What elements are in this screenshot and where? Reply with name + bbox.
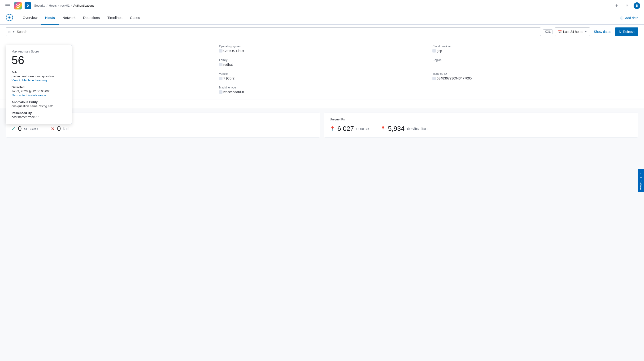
add-data-button[interactable]: ⊕ Add data [620,15,638,21]
tooltip-job-label: Job [12,71,66,74]
hamburger-menu[interactable] [4,2,11,10]
secondary-nav: Overview Hosts Network Detections Timeli… [0,11,644,25]
success-label: success [24,126,40,131]
tab-cases[interactable]: Cases [126,11,144,25]
top-bar: D Security / Hosts / rock01 / Authentica… [0,0,644,11]
chevron-left-icon: ‹ [640,172,642,175]
chevron-down-icon: ▼ [585,31,587,33]
breadcrumb: Security / Hosts / rock01 / Authenticati… [34,4,610,7]
detail-operating-system: Operating system CentOS Linux [219,45,425,53]
detail-family: Family redhat [219,59,425,67]
refresh-icon: ↻ [619,30,622,34]
tooltip-score: 56 [12,54,66,67]
tooltip-influenced-label: Influenced By [12,111,66,115]
narrow-date-link[interactable]: Narrow to this date range [12,94,66,97]
detail-machine-type: Machine type n2-standard-8 [219,86,425,94]
chevron-down-icon[interactable]: ▼ [12,31,15,33]
tab-network[interactable]: Network [59,11,79,25]
host-detail-panel: IP addresses — Operating system CentOS L… [0,39,644,109]
tab-hosts[interactable]: Hosts [41,11,59,25]
instance-icon [432,77,436,80]
tooltip-job-value: packetbeat_rare_dns_question [12,75,66,78]
security-logo [6,14,13,22]
fail-label: fail [63,126,68,131]
date-picker[interactable]: 📅 Last 24 hours ▼ [555,28,590,36]
host-detail-grid: IP addresses — Operating system CentOS L… [0,39,644,100]
success-count: 0 [18,125,22,133]
filter-icon: ⊞ [8,30,11,34]
fail-stat: ✕ 0 fail [51,125,69,133]
source-count: 6,027 [337,125,354,133]
success-stat: ✓ 0 success [12,125,40,133]
refresh-button[interactable]: ↻ Refresh [615,28,638,36]
dest-stat: 📍 5,934 destination [380,125,428,133]
cloud-icon [432,49,436,53]
tooltip-influenced-value: host.name: "rock01" [12,115,66,119]
stats-row: User authentications ✓ 0 success ✕ 0 fai… [6,113,638,137]
detail-cloud-provider: Cloud provider gcp [432,45,638,53]
mail-icon[interactable]: ✉ [623,2,631,10]
source-location-icon: 📍 [330,126,335,131]
version-icon [219,77,222,80]
detail-version: Version 7 (Core) [219,72,425,80]
main-content: Max Anomaly Score 56 Job packetbeat_rare… [0,39,644,361]
anomaly-tooltip-card: Max Anomaly Score 56 Job packetbeat_rare… [6,45,72,124]
app-logo [14,2,22,10]
user-d-badge: D [24,2,31,9]
svg-point-2 [8,17,10,19]
timeline-sidebar[interactable]: ‹ Timeline [638,169,644,192]
search-input[interactable] [17,30,539,34]
os-icon [219,49,222,53]
dest-count: 5,934 [388,125,404,133]
tab-overview[interactable]: Overview [19,11,41,25]
tooltip-entity-value: dns.question.name: "tstng.net" [12,104,66,108]
detail-region: Region — [432,59,638,67]
kql-badge[interactable]: KQL [543,29,553,34]
source-label: source [356,126,369,131]
ip-stats-title: Unique IPs [330,118,632,121]
tooltip-detected-value: Jun 9, 2020 @ 12:00:00.000 [12,89,66,93]
success-icon: ✓ [12,126,16,132]
tooltip-entity-label: Anomalous Entity [12,100,66,104]
gear-icon[interactable]: ⚙ [613,2,620,10]
search-container: ⊞ ▼ [6,28,541,36]
tooltip-detected-label: Detected [12,85,66,89]
calendar-icon: 📅 [558,30,562,34]
detail-instance-id: Instance ID 6348367930943477095 [432,72,638,80]
tab-timelines[interactable]: Timelines [104,11,126,25]
family-icon [219,63,222,66]
view-ml-link[interactable]: View in Machine Learning [12,79,66,82]
filter-bar: ⊞ ▼ KQL 📅 Last 24 hours ▼ Show dates ↻ R… [0,25,644,39]
ip-stats-card: Unique IPs 📍 6,027 source 📍 5,934 destin… [324,113,638,137]
fail-icon: ✕ [51,126,55,132]
anomaly-row: Max Anomaly Score by job 56 ℹ [0,100,644,109]
show-dates-button[interactable]: Show dates [592,30,613,34]
tooltip-title: Max Anomaly Score [12,50,66,53]
machine-icon [219,90,222,94]
tab-detections[interactable]: Detections [79,11,104,25]
dest-label: destination [407,126,428,131]
fail-count: 0 [57,125,61,133]
user-avatar[interactable]: B [634,2,640,9]
dest-location-icon: 📍 [380,126,386,131]
timeline-label: Timeline [639,177,642,190]
source-stat: 📍 6,027 source [330,125,369,133]
